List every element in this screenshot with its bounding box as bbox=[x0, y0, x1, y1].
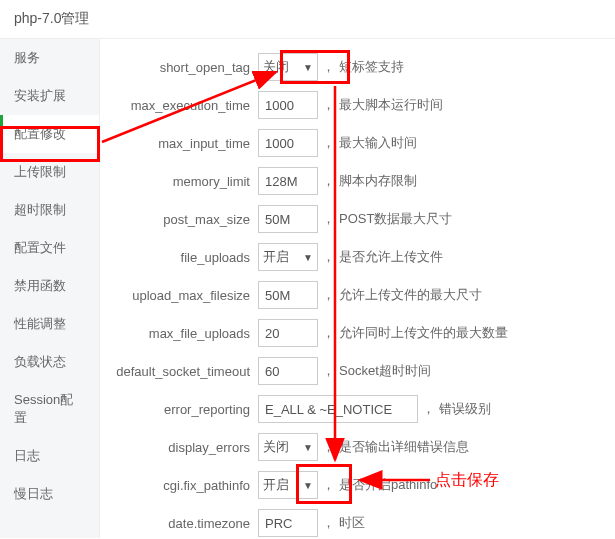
select-value: 关闭 bbox=[263, 58, 289, 76]
setting-desc: 短标签支持 bbox=[339, 58, 404, 76]
separator: ， bbox=[322, 476, 335, 494]
separator: ， bbox=[322, 438, 335, 456]
setting-label: default_socket_timeout bbox=[110, 364, 258, 379]
select-value: 开启 bbox=[263, 248, 289, 266]
setting-label: memory_limit bbox=[110, 174, 258, 189]
separator: ， bbox=[322, 324, 335, 342]
setting-input-default_socket_timeout[interactable] bbox=[258, 357, 318, 385]
separator: ， bbox=[322, 172, 335, 190]
separator: ， bbox=[322, 96, 335, 114]
setting-desc: Socket超时时间 bbox=[339, 362, 431, 380]
separator: ， bbox=[422, 400, 435, 418]
setting-input-max_input_time[interactable] bbox=[258, 129, 318, 157]
setting-label: cgi.fix_pathinfo bbox=[110, 478, 258, 493]
select-value: 关闭 bbox=[263, 438, 289, 456]
setting-input-max_file_uploads[interactable] bbox=[258, 319, 318, 347]
sidebar: 服务安装扩展配置修改上传限制超时限制配置文件禁用函数性能调整负载状态Sessio… bbox=[0, 39, 100, 538]
sidebar-item-4[interactable]: 超时限制 bbox=[0, 191, 99, 229]
setting-label: post_max_size bbox=[110, 212, 258, 227]
setting-input-upload_max_filesize[interactable] bbox=[258, 281, 318, 309]
select-value: 开启 bbox=[263, 476, 289, 494]
setting-label: date.timezone bbox=[110, 516, 258, 531]
setting-row-post_max_size: post_max_size，POST数据最大尺寸 bbox=[110, 205, 605, 233]
setting-desc: 时区 bbox=[339, 514, 365, 532]
chevron-down-icon: ▼ bbox=[303, 62, 313, 73]
sidebar-item-5[interactable]: 配置文件 bbox=[0, 229, 99, 267]
setting-label: max_file_uploads bbox=[110, 326, 258, 341]
setting-label: upload_max_filesize bbox=[110, 288, 258, 303]
sidebar-item-0[interactable]: 服务 bbox=[0, 39, 99, 77]
sidebar-item-10[interactable]: 日志 bbox=[0, 437, 99, 475]
sidebar-item-7[interactable]: 性能调整 bbox=[0, 305, 99, 343]
chevron-down-icon: ▼ bbox=[303, 252, 313, 263]
setting-select-display_errors[interactable]: 关闭▼ bbox=[258, 433, 318, 461]
settings-panel: short_open_tag关闭▼，短标签支持max_execution_tim… bbox=[100, 39, 615, 538]
chevron-down-icon: ▼ bbox=[303, 442, 313, 453]
setting-input-post_max_size[interactable] bbox=[258, 205, 318, 233]
setting-desc: 错误级别 bbox=[439, 400, 491, 418]
title-text: php-7.0管理 bbox=[14, 10, 89, 26]
setting-desc: POST数据最大尺寸 bbox=[339, 210, 452, 228]
setting-desc: 最大脚本运行时间 bbox=[339, 96, 443, 114]
sidebar-item-3[interactable]: 上传限制 bbox=[0, 153, 99, 191]
setting-desc: 允许上传文件的最大尺寸 bbox=[339, 286, 482, 304]
separator: ， bbox=[322, 210, 335, 228]
setting-desc: 允许同时上传文件的最大数量 bbox=[339, 324, 508, 342]
setting-desc: 脚本内存限制 bbox=[339, 172, 417, 190]
setting-label: max_input_time bbox=[110, 136, 258, 151]
separator: ， bbox=[322, 286, 335, 304]
setting-label: file_uploads bbox=[110, 250, 258, 265]
separator: ， bbox=[322, 248, 335, 266]
setting-row-max_execution_time: max_execution_time，最大脚本运行时间 bbox=[110, 91, 605, 119]
setting-row-file_uploads: file_uploads开启▼，是否允许上传文件 bbox=[110, 243, 605, 271]
setting-label: display_errors bbox=[110, 440, 258, 455]
setting-label: short_open_tag bbox=[110, 60, 258, 75]
setting-row-max_input_time: max_input_time，最大输入时间 bbox=[110, 129, 605, 157]
sidebar-item-11[interactable]: 慢日志 bbox=[0, 475, 99, 513]
setting-input-date.timezone[interactable] bbox=[258, 509, 318, 537]
setting-row-memory_limit: memory_limit，脚本内存限制 bbox=[110, 167, 605, 195]
annotation-save-hint: 点击保存 bbox=[435, 470, 499, 491]
setting-input-error_reporting[interactable] bbox=[258, 395, 418, 423]
setting-desc: 是否开启pathinfo bbox=[339, 476, 437, 494]
setting-select-cgi.fix_pathinfo[interactable]: 开启▼ bbox=[258, 471, 318, 499]
setting-input-memory_limit[interactable] bbox=[258, 167, 318, 195]
main-layout: 服务安装扩展配置修改上传限制超时限制配置文件禁用函数性能调整负载状态Sessio… bbox=[0, 39, 615, 538]
setting-row-display_errors: display_errors关闭▼，是否输出详细错误信息 bbox=[110, 433, 605, 461]
chevron-down-icon: ▼ bbox=[303, 480, 313, 491]
setting-label: max_execution_time bbox=[110, 98, 258, 113]
separator: ， bbox=[322, 134, 335, 152]
setting-desc: 最大输入时间 bbox=[339, 134, 417, 152]
separator: ， bbox=[322, 514, 335, 532]
setting-label: error_reporting bbox=[110, 402, 258, 417]
setting-row-default_socket_timeout: default_socket_timeout，Socket超时时间 bbox=[110, 357, 605, 385]
sidebar-item-1[interactable]: 安装扩展 bbox=[0, 77, 99, 115]
setting-desc: 是否允许上传文件 bbox=[339, 248, 443, 266]
setting-row-short_open_tag: short_open_tag关闭▼，短标签支持 bbox=[110, 53, 605, 81]
setting-row-date.timezone: date.timezone，时区 bbox=[110, 509, 605, 537]
setting-select-file_uploads[interactable]: 开启▼ bbox=[258, 243, 318, 271]
setting-row-max_file_uploads: max_file_uploads，允许同时上传文件的最大数量 bbox=[110, 319, 605, 347]
setting-select-short_open_tag[interactable]: 关闭▼ bbox=[258, 53, 318, 81]
setting-row-cgi.fix_pathinfo: cgi.fix_pathinfo开启▼，是否开启pathinfo bbox=[110, 471, 605, 499]
setting-desc: 是否输出详细错误信息 bbox=[339, 438, 469, 456]
setting-row-error_reporting: error_reporting，错误级别 bbox=[110, 395, 605, 423]
sidebar-item-2[interactable]: 配置修改 bbox=[0, 115, 99, 153]
sidebar-item-8[interactable]: 负载状态 bbox=[0, 343, 99, 381]
separator: ， bbox=[322, 362, 335, 380]
separator: ， bbox=[322, 58, 335, 76]
setting-row-upload_max_filesize: upload_max_filesize，允许上传文件的最大尺寸 bbox=[110, 281, 605, 309]
window-title: php-7.0管理 bbox=[0, 0, 615, 39]
sidebar-item-6[interactable]: 禁用函数 bbox=[0, 267, 99, 305]
sidebar-item-9[interactable]: Session配置 bbox=[0, 381, 99, 437]
setting-input-max_execution_time[interactable] bbox=[258, 91, 318, 119]
